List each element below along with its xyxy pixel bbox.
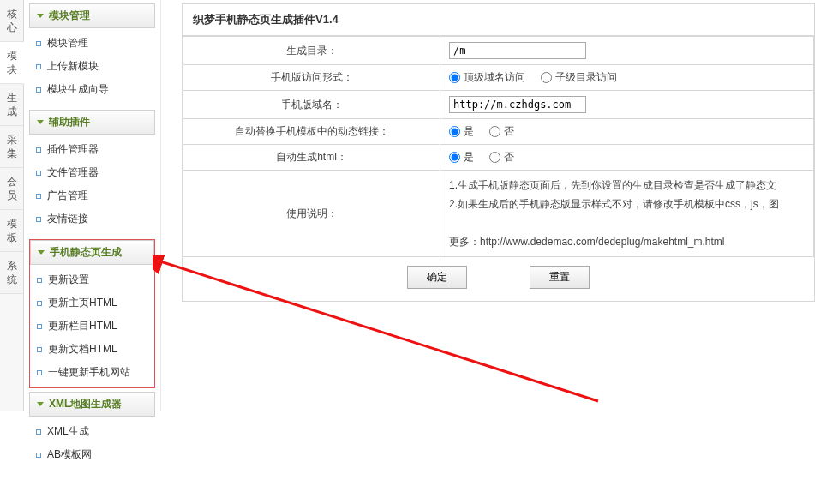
sidebar-item-module-wizard[interactable]: 模块生成向导 [34,78,153,101]
sidebar-item-label: 更新文档HTML [48,342,117,357]
visit-type-top-domain[interactable]: 顶级域名访问 [449,70,525,85]
replace-yes[interactable]: 是 [449,124,474,139]
usage-more: 更多：http://www.dedemao.com/dedeplug/makeh… [449,232,805,251]
panel-title: 织梦手机静态页生成插件V1.4 [183,4,814,36]
chevron-down-icon [37,120,44,124]
radio-replace-yes[interactable] [449,126,460,137]
sidebar-header-label: 手机静态页生成 [50,245,122,260]
sidebar-item-ad-manage[interactable]: 广告管理 [34,184,153,207]
vertical-tabs: 核心 模块 生成 采集 会员 模板 系统 [0,0,24,411]
tab-template[interactable]: 模板 [0,210,23,252]
radio-label: 顶级域名访问 [464,70,525,85]
label-domain: 手机版域名： [183,91,440,119]
tab-system[interactable]: 系统 [0,252,23,294]
sidebar-item-label: 广告管理 [47,189,88,203]
bullet-icon [37,370,42,375]
radio-replace-no[interactable] [489,126,500,137]
bullet-icon [36,194,41,199]
sidebar-header-mobile-static[interactable]: 手机静态页生成 [30,240,154,265]
radio-label: 否 [504,124,514,139]
sidebar-header-plugins[interactable]: 辅助插件 [29,110,155,135]
domain-input[interactable] [449,96,586,113]
usage-line-1: 1.生成手机版静态页面后，先到你设置的生成目录检查是否生成了静态文 [449,176,805,195]
tab-collect[interactable]: 采集 [0,126,23,168]
chevron-down-icon [37,14,44,18]
sidebar-group-mobile-static: 手机静态页生成 更新设置 更新主页HTML 更新栏目HTML 更新文档HTML … [29,239,155,388]
sidebar-item-update-column-html[interactable]: 更新栏目HTML [35,315,153,338]
radio-top-domain[interactable] [449,72,460,83]
usage-text: 1.生成手机版静态页面后，先到你设置的生成目录检查是否生成了静态文 2.如果生成… [440,171,814,257]
sidebar-group-modules: 模块管理 模块管理 上传新模块 模块生成向导 [29,3,155,106]
bullet-icon [36,217,41,222]
tab-generate[interactable]: 生成 [0,84,23,126]
ok-button[interactable]: 确定 [407,266,467,289]
sidebar-item-friend-links[interactable]: 友情链接 [34,207,153,231]
label-out-dir: 生成目录： [183,37,440,65]
radio-label: 是 [464,150,474,165]
sidebar-item-plugin-manager[interactable]: 插件管理器 [34,138,153,161]
sidebar-item-ab-template[interactable]: AB模板网 [34,443,153,466]
bullet-icon [36,87,41,93]
bullet-icon [36,429,41,435]
radio-auto-yes[interactable] [449,152,460,163]
sidebar-item-label: 模块管理 [47,36,88,51]
label-visit-type: 手机版访问形式： [183,65,440,91]
sidebar-header-label: XML地图生成器 [49,397,122,411]
sidebar-header-label: 模块管理 [49,9,90,23]
sidebar-item-label: 上传新模块 [47,59,99,74]
auto-html-yes[interactable]: 是 [449,150,474,165]
bullet-icon [37,347,42,352]
sidebar-header-modules[interactable]: 模块管理 [29,3,155,28]
sidebar-item-one-key-update[interactable]: 一键更新手机网站 [35,361,153,384]
visit-type-sub-dir[interactable]: 子级目录访问 [541,70,617,85]
sidebar-group-plugins: 辅助插件 插件管理器 文件管理器 广告管理 友情链接 [29,110,155,236]
sidebar-item-label: 模块生成向导 [47,82,109,97]
sidebar-item-xml-generate[interactable]: XML生成 [34,420,153,443]
radio-label: 否 [504,150,514,165]
sidebar-header-xml[interactable]: XML地图生成器 [29,392,155,417]
sidebar-item-label: 更新设置 [48,273,89,287]
bullet-icon [36,171,41,176]
sidebar-group-xml-sitemap: XML地图生成器 XML生成 AB模板网 [29,392,155,471]
sidebar-item-module-manage[interactable]: 模块管理 [34,32,153,55]
radio-auto-no[interactable] [489,152,500,163]
bullet-icon [37,278,42,283]
sidebar-item-label: AB模板网 [47,447,92,462]
sidebar-item-label: 插件管理器 [47,142,99,157]
bullet-icon [37,324,42,329]
sidebar-item-update-settings[interactable]: 更新设置 [35,268,153,291]
auto-html-no[interactable]: 否 [489,150,514,165]
sidebar-item-file-manager[interactable]: 文件管理器 [34,161,153,184]
sidebar-item-label: 文件管理器 [47,165,99,180]
bullet-icon [36,453,41,458]
button-row: 确定 重置 [183,257,814,301]
main-content: 织梦手机静态页生成插件V1.4 生成目录： 手机版访问形式： 顶级域名访问 子级… [161,0,815,411]
sidebar-item-label: 友情链接 [47,212,88,226]
label-auto-html: 自动生成html： [183,145,440,171]
radio-label: 子级目录访问 [555,70,617,85]
radio-sub-dir[interactable] [541,72,552,83]
sidebar-header-label: 辅助插件 [49,115,90,129]
sidebar-item-label: XML生成 [47,424,89,439]
bullet-icon [37,301,42,306]
bullet-icon [36,147,41,153]
sidebar-item-update-doc-html[interactable]: 更新文档HTML [35,338,153,361]
sidebar-item-label: 更新栏目HTML [48,319,117,333]
sidebar-item-update-home-html[interactable]: 更新主页HTML [35,291,153,315]
tab-modules[interactable]: 模块 [0,42,24,84]
tab-core[interactable]: 核心 [0,0,23,42]
sidebar-item-label: 更新主页HTML [48,296,117,310]
sidebar-item-upload-module[interactable]: 上传新模块 [34,55,153,78]
chevron-down-icon [37,402,44,406]
usage-line-2: 2.如果生成后的手机静态版显示样式不对，请修改手机模板中css，js，图 [449,195,805,213]
sidebar: 模块管理 模块管理 上传新模块 模块生成向导 辅助插件 插件管理器 文件管理器 … [24,0,161,411]
radio-label: 是 [464,124,474,139]
out-dir-input[interactable] [449,42,586,59]
replace-no[interactable]: 否 [489,124,514,139]
tab-member[interactable]: 会员 [0,168,23,210]
settings-form: 生成目录： 手机版访问形式： 顶级域名访问 子级目录访问 手机版域名： [183,36,814,257]
reset-button[interactable]: 重置 [530,266,590,289]
sidebar-item-label: 一键更新手机网站 [48,365,130,380]
chevron-down-icon [38,250,45,255]
bullet-icon [36,41,41,46]
